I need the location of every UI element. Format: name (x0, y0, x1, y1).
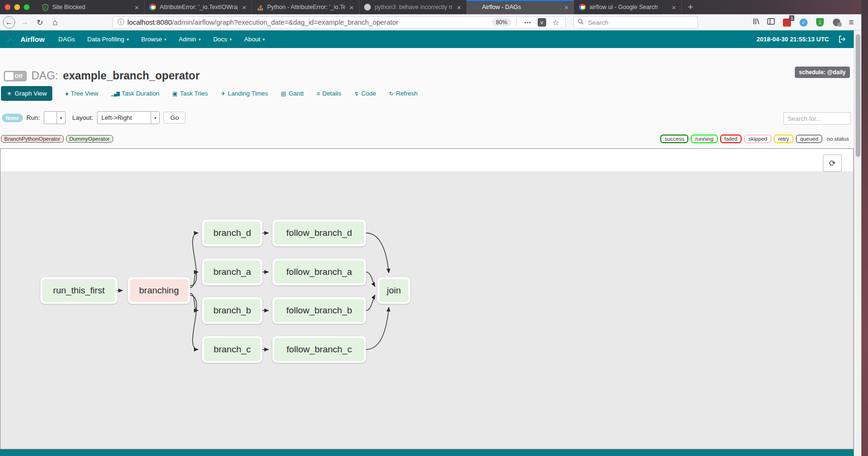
task-node-branch_a[interactable]: branch_a (202, 259, 262, 285)
landing-times-button[interactable]: ✈ Landing Times (221, 90, 268, 97)
layout-label: Layout: (72, 114, 93, 121)
page-actions-icon[interactable]: ••• (524, 19, 531, 25)
status-legend: success running failed skipped retry que… (660, 135, 851, 143)
graph-refresh-button[interactable]: ⟳ (823, 155, 842, 172)
graph-canvas[interactable] (0, 171, 853, 449)
run-state-badge: None (2, 114, 23, 122)
task-node-run_this_first[interactable]: run_this_first (40, 277, 117, 304)
task-node-branch_b[interactable]: branch_b (202, 297, 262, 324)
run-label: Run: (27, 114, 40, 121)
library-icon[interactable] (752, 18, 760, 27)
tree-view-button[interactable]: ♠ Tree View (65, 90, 98, 97)
tab-attributeerror[interactable]: AttributeError: '_io.TextIOWrapp × (145, 0, 252, 14)
nav-item-dags[interactable]: DAGs (52, 30, 81, 48)
task-tries-icon: ▣ (172, 90, 177, 97)
site-info-icon[interactable]: ⓘ (117, 18, 124, 27)
nav-item-admin[interactable]: Admin▾ (173, 30, 207, 48)
bookmark-star-icon[interactable]: ☆ (552, 18, 559, 27)
details-button[interactable]: ≡ Details (317, 90, 341, 97)
task-node-follow_branch_a[interactable]: follow_branch_a (272, 259, 366, 285)
home-button[interactable]: ⌂ (49, 16, 61, 29)
nav-item-data-profiling[interactable]: Data Profiling▾ (81, 30, 135, 48)
run-select[interactable]: ▾ (44, 111, 66, 124)
adblock-extension-icon[interactable]: ... 1 (782, 18, 791, 27)
refresh-button[interactable]: ↻ Refresh (389, 90, 418, 97)
tree-view-icon: ♠ (65, 90, 68, 97)
status-badge-running: running (691, 135, 717, 143)
chevron-down-icon: ▾ (164, 37, 166, 42)
nav-item-about[interactable]: About▾ (238, 30, 271, 48)
graph-view-button[interactable]: ☀ Graph View (1, 86, 52, 101)
legend-row: BranchPythonOperator DummyOperator succe… (1, 135, 851, 143)
task-tries-button[interactable]: ▣ Task Tries (172, 90, 208, 97)
tab-close-icon[interactable]: × (348, 3, 355, 11)
status-label-no-status: no status (825, 136, 851, 142)
browser-tab-bar: £ Site Blocked × AttributeError: '_io.Te… (0, 0, 861, 14)
new-tab-button[interactable]: + (682, 0, 699, 14)
zoom-level-pill[interactable]: 80% (492, 18, 511, 27)
chevron-down-icon: ▾ (127, 37, 129, 42)
url-bar[interactable]: ⓘ localhost:8080/admin/airflow/graph?exe… (113, 16, 566, 29)
tab-airflow-ui-search[interactable]: airflow ui - Google Search × (574, 0, 682, 14)
task-node-follow_branch_b[interactable]: follow_branch_b (272, 297, 366, 324)
forward-button[interactable]: → (19, 16, 30, 29)
dag-pause-toggle[interactable]: Off (4, 71, 27, 81)
code-button[interactable]: ↯ Code (354, 90, 376, 97)
refresh-icon: ↻ (389, 90, 394, 97)
ghostery-extension-icon[interactable] (832, 18, 841, 27)
tab-close-icon[interactable]: × (134, 3, 140, 11)
task-node-follow_branch_c[interactable]: follow_branch_c (272, 336, 366, 363)
menu-hamburger-icon[interactable]: ≡ (849, 18, 854, 28)
logout-icon[interactable] (839, 36, 846, 43)
task-node-branch_d[interactable]: branch_d (202, 220, 262, 246)
blue-extension-icon[interactable]: ✓ (799, 18, 808, 27)
tab-python-attributeerror[interactable]: Python - AttributeError: '_io.Tex × (252, 0, 359, 14)
scrollbar-thumb[interactable] (856, 34, 860, 157)
task-node-branching[interactable]: branching (128, 277, 190, 304)
privacy-shield-extension-icon[interactable]: £ (815, 18, 825, 27)
layout-select[interactable]: Left->Right ▾ (97, 111, 160, 124)
macos-traffic-lights (0, 0, 37, 14)
task-search-input[interactable] (783, 112, 851, 125)
shield-favicon-icon: £ (41, 3, 49, 11)
chevron-down-icon: ▾ (263, 37, 265, 42)
page-scrollbar[interactable] (854, 30, 861, 456)
graph-controls-row: None Run: ▾ Layout: Left->Right ▾ Go (2, 111, 185, 124)
browser-search-bar[interactable] (573, 16, 698, 29)
tab-airflow-dags[interactable]: Airflow - DAGs × (467, 0, 574, 14)
operator-badge: DummyOperator (66, 135, 113, 143)
desktop-wallpaper-strip (861, 0, 868, 456)
tab-site-blocked[interactable]: £ Site Blocked × (37, 0, 145, 14)
tab-title: AttributeError: '_io.TextIOWrapp (160, 4, 238, 10)
schedule-badge: schedule: @daily (795, 67, 850, 78)
nav-item-browse[interactable]: Browse▾ (135, 30, 173, 48)
tab-python3-behave[interactable]: python3: behave incorrectly mo × (359, 0, 467, 14)
pocket-icon[interactable]: v (538, 18, 546, 27)
chevron-down-icon: ▾ (151, 112, 159, 124)
minimize-window-button[interactable] (14, 4, 20, 10)
task-node-join[interactable]: join (377, 277, 410, 304)
gantt-button[interactable]: ▤ Gantt (281, 90, 304, 97)
url-text[interactable]: localhost:8080/admin/airflow/graph?execu… (127, 19, 492, 26)
tab-close-icon[interactable]: × (456, 3, 462, 11)
browser-search-input[interactable] (587, 19, 694, 27)
operator-legend: BranchPythonOperator DummyOperator (1, 135, 113, 143)
task-node-follow_branch_d[interactable]: follow_branch_d (272, 220, 366, 246)
chevron-down-icon: ▾ (57, 112, 65, 124)
tab-close-icon[interactable]: × (671, 3, 677, 11)
close-window-button[interactable] (5, 4, 10, 10)
go-button[interactable]: Go (164, 112, 185, 124)
reload-button[interactable]: ↻ (34, 16, 46, 29)
nav-item-docs[interactable]: Docs▾ (207, 30, 238, 48)
task-duration-button[interactable]: ▁▄▇ Task Duration (111, 90, 160, 97)
back-button[interactable]: ← (3, 16, 15, 29)
tab-close-icon[interactable]: × (563, 3, 569, 11)
airflow-brand[interactable]: Airflow (5, 32, 45, 46)
sidebar-toggle-icon[interactable] (767, 18, 775, 27)
zoom-window-button[interactable] (24, 4, 29, 10)
tab-close-icon[interactable]: × (241, 3, 247, 11)
utc-clock: 2018-04-30 21:55:13 UTC (757, 36, 829, 43)
task-node-branch_c[interactable]: branch_c (202, 336, 262, 363)
url-domain: localhost:8080 (127, 19, 172, 26)
list-icon: ≡ (317, 90, 320, 97)
